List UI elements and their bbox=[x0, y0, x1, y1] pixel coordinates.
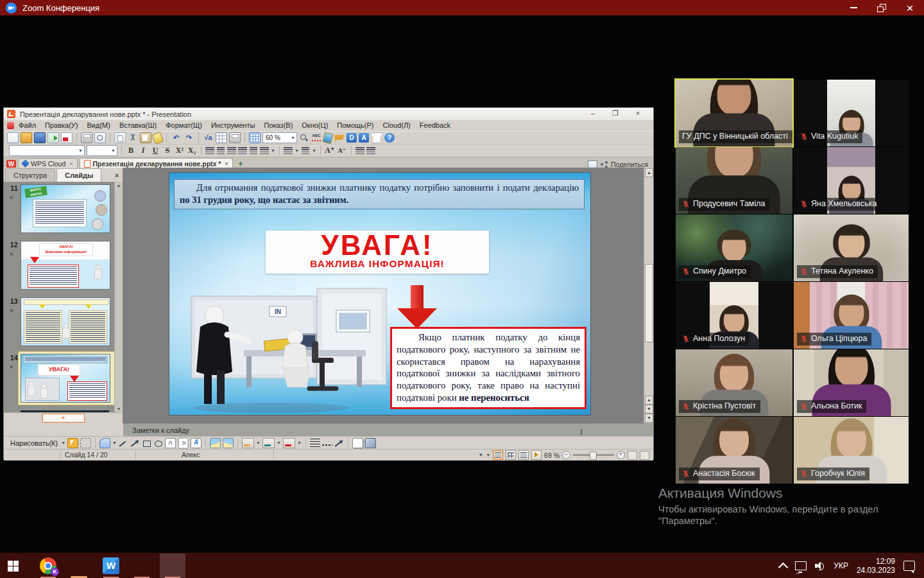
paste-icon[interactable] bbox=[140, 132, 151, 143]
find-icon[interactable] bbox=[299, 133, 309, 143]
export-pdf-icon[interactable] bbox=[61, 132, 73, 143]
clean-format-icon[interactable] bbox=[322, 132, 334, 144]
filter-icon[interactable]: ▼ bbox=[478, 452, 483, 458]
slide-thumbnail-13[interactable]: 13 ★ bbox=[4, 296, 115, 351]
bullet-list-icon[interactable] bbox=[301, 147, 310, 154]
video-tile[interactable]: Крістіна Пустовіт bbox=[676, 349, 792, 416]
menu-feedback[interactable]: Feedback bbox=[415, 120, 455, 131]
slide-thumbnail-11[interactable]: 11 ★ ВАРТО ЗНАТИ! bbox=[4, 183, 115, 238]
docer-icon[interactable]: D bbox=[346, 133, 357, 143]
select-cursor-icon[interactable] bbox=[67, 438, 78, 448]
slideshow-view-icon[interactable] bbox=[531, 450, 542, 460]
video-tile[interactable]: Продусевич Таміла bbox=[676, 147, 792, 214]
print-icon[interactable] bbox=[81, 132, 92, 143]
autoshapes-icon[interactable] bbox=[99, 438, 110, 448]
undo-icon[interactable]: ↶ bbox=[171, 133, 182, 143]
decrease-indent-icon[interactable] bbox=[355, 147, 364, 154]
minimize-button[interactable] bbox=[839, 0, 868, 15]
align-left-icon[interactable] bbox=[205, 147, 214, 154]
new-document-icon[interactable] bbox=[7, 132, 19, 143]
start-button-icon[interactable] bbox=[8, 561, 19, 572]
menu-insert[interactable]: Вставка(Ш) bbox=[115, 120, 161, 131]
gridlines-icon[interactable] bbox=[249, 132, 261, 143]
hidden-icons-chevron[interactable] bbox=[778, 562, 789, 572]
subscript-icon[interactable]: X₂ bbox=[187, 146, 197, 155]
rectangle-icon[interactable] bbox=[142, 439, 151, 448]
save-icon[interactable] bbox=[34, 132, 46, 143]
menu-window[interactable]: Окно(Ц) bbox=[297, 120, 332, 131]
three-d-style-icon[interactable] bbox=[365, 438, 376, 448]
zoom-select[interactable]: 60 %▼ bbox=[262, 132, 297, 143]
video-tile[interactable]: Анастасія Босюк bbox=[676, 417, 792, 484]
shadow-style-icon[interactable] bbox=[352, 438, 363, 448]
draw-menu-label[interactable]: Нарисовать(К) bbox=[10, 439, 58, 447]
font-color-icon[interactable] bbox=[283, 438, 295, 448]
zoom-slider-knob[interactable] bbox=[590, 451, 597, 460]
arrow-icon[interactable] bbox=[130, 439, 140, 448]
underline-icon[interactable]: U bbox=[150, 146, 160, 155]
language-indicator[interactable]: УКР bbox=[834, 561, 848, 570]
copy-icon[interactable] bbox=[114, 132, 126, 143]
marquee-select-icon[interactable] bbox=[80, 438, 91, 448]
dash-style-icon[interactable] bbox=[322, 444, 332, 446]
menu-help[interactable]: Помощь(P) bbox=[332, 120, 378, 131]
spellcheck-icon[interactable]: ABC bbox=[311, 133, 321, 143]
slide-notes-bar[interactable]: Заметки к слайду I bbox=[123, 423, 653, 436]
tab-document[interactable]: Презентація декларування нове.pptx * × bbox=[80, 158, 233, 168]
bold-icon[interactable]: B bbox=[126, 146, 136, 155]
slide-thumbnail-14-selected[interactable]: 14 ★ УВАГА! bbox=[4, 353, 115, 408]
menu-tools[interactable]: Инструменты bbox=[207, 120, 260, 131]
cut-icon[interactable] bbox=[128, 133, 138, 143]
tab-close-icon[interactable]: × bbox=[69, 161, 73, 167]
open-icon[interactable] bbox=[21, 132, 32, 143]
video-tile[interactable]: Горобчук Юлія bbox=[794, 417, 909, 484]
line-icon[interactable] bbox=[119, 439, 128, 448]
redo-icon[interactable]: ↷ bbox=[184, 133, 194, 143]
tab-close-icon[interactable]: × bbox=[225, 161, 228, 167]
zoom-slider[interactable] bbox=[573, 454, 614, 456]
textbox-icon[interactable] bbox=[165, 438, 176, 448]
restore-button[interactable] bbox=[868, 0, 896, 15]
menu-cloud[interactable]: Cloud(Л) bbox=[379, 120, 415, 131]
tab-slides[interactable]: Слайды bbox=[56, 168, 101, 182]
video-tile[interactable]: Ольга Ціпцюра bbox=[794, 282, 909, 349]
align-distribute-icon[interactable] bbox=[249, 147, 258, 154]
add-slide-button[interactable]: + bbox=[42, 414, 85, 423]
align-justify-icon[interactable] bbox=[238, 147, 247, 154]
scroll-down-icon[interactable]: ▼ bbox=[645, 414, 653, 423]
video-tile[interactable]: ГУ ДПС у Вінницькій області bbox=[676, 80, 792, 146]
normal-view-icon[interactable] bbox=[493, 450, 503, 460]
increase-font-icon[interactable]: A⁺ bbox=[325, 146, 335, 155]
next-slide-icon[interactable]: ▼ bbox=[645, 405, 653, 414]
action-center-icon[interactable] bbox=[903, 561, 915, 571]
video-tile[interactable]: Альона Ботик bbox=[794, 349, 909, 416]
clock[interactable]: 12:0924.03.2023 bbox=[857, 557, 895, 575]
formula-icon[interactable]: √a bbox=[203, 133, 214, 143]
slide-sorter-view-icon[interactable] bbox=[506, 450, 516, 460]
close-button[interactable] bbox=[896, 0, 924, 15]
slide-scrollbar[interactable]: ▲ ▲ ▼ ▼ bbox=[644, 168, 653, 423]
decrease-font-icon[interactable]: A⁻ bbox=[337, 147, 347, 154]
volume-icon[interactable] bbox=[815, 561, 825, 570]
wordart-icon[interactable] bbox=[191, 438, 201, 448]
strikethrough-icon[interactable]: S bbox=[162, 146, 173, 155]
menu-file[interactable]: Файл bbox=[14, 120, 40, 131]
previous-slide-icon[interactable]: ▲ bbox=[645, 396, 653, 405]
fit-slide-icon[interactable] bbox=[628, 451, 637, 460]
insert-chart-icon[interactable] bbox=[229, 132, 241, 143]
pres-minimize-button[interactable]: – bbox=[585, 109, 601, 119]
assistant-icon[interactable]: A bbox=[359, 133, 369, 143]
menu-slideshow[interactable]: Показ(B) bbox=[260, 120, 298, 131]
word-icon[interactable]: W bbox=[103, 557, 119, 574]
line-color-icon[interactable] bbox=[262, 438, 275, 448]
superscript-icon[interactable]: X² bbox=[175, 146, 185, 155]
help-icon[interactable]: ? bbox=[384, 133, 395, 143]
line-spacing-icon[interactable] bbox=[260, 147, 269, 154]
align-right-icon[interactable] bbox=[227, 147, 236, 154]
pres-close-button[interactable]: × bbox=[629, 109, 646, 119]
clipart-icon[interactable] bbox=[223, 438, 234, 448]
fill-color-icon[interactable] bbox=[242, 438, 254, 448]
increase-indent-icon[interactable] bbox=[366, 147, 375, 154]
thumbnail-scrollbar[interactable]: ▲ ▼ bbox=[114, 182, 123, 413]
menu-view[interactable]: Вид(M) bbox=[83, 120, 115, 131]
